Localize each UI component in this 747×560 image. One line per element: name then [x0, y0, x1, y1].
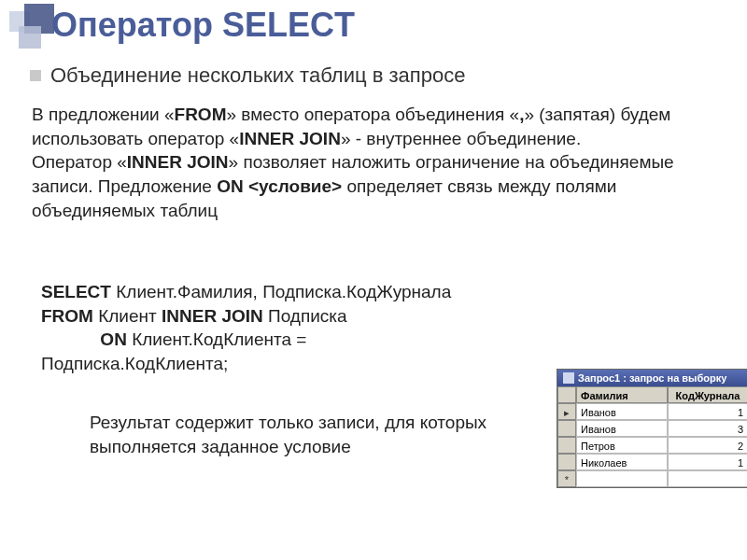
explanation-paragraph: В предложении «FROM» вместо оператора об…	[32, 103, 704, 222]
query-result-window: Запрос1 : запрос на выборку Фамилия КодЖ…	[557, 369, 747, 488]
text: Оператор «	[32, 152, 127, 172]
cell-value[interactable]: 3	[668, 420, 747, 437]
sql-line: Подписка.КодКлиента;	[41, 352, 555, 376]
row-selector[interactable]	[557, 437, 576, 454]
sql-text: Подписка.КодКлиента;	[41, 354, 228, 373]
keyword-on: ON	[100, 329, 127, 349]
column-header[interactable]: КодЖурнала	[668, 386, 747, 403]
cell-value[interactable]: Николаев	[576, 454, 668, 470]
bullet-icon	[30, 70, 41, 81]
sql-text: Клиент.Фамилия, Подписка.КодЖурнала	[111, 282, 451, 301]
cell-value[interactable]: Петров	[576, 437, 668, 454]
keyword-inner-join: INNER JOIN	[239, 129, 341, 148]
table-row[interactable]: ▸ Иванов 1	[557, 403, 747, 420]
cell-value[interactable]: 2	[668, 437, 747, 454]
sql-example: SELECT Клиент.Фамилия, Подписка.КодЖурна…	[41, 280, 555, 376]
table-new-row[interactable]: *	[557, 470, 747, 487]
row-selector[interactable]: ▸	[557, 403, 576, 420]
table-row[interactable]: Иванов 3	[557, 420, 747, 437]
sql-line: ON Клиент.КодКлиента =	[41, 328, 555, 352]
cell-value[interactable]	[668, 470, 747, 487]
cell-value[interactable]: Иванов	[576, 403, 668, 420]
keyword-select: SELECT	[41, 282, 111, 301]
table-row[interactable]: Петров 2	[557, 437, 747, 454]
keyword-from: FROM	[41, 306, 93, 326]
text: В предложении «	[32, 105, 175, 124]
table-row[interactable]: Николаев 1	[557, 454, 747, 470]
keyword-inner-join: INNER JOIN	[162, 306, 263, 326]
window-titlebar[interactable]: Запрос1 : запрос на выборку	[557, 370, 747, 386]
row-selector[interactable]	[557, 454, 576, 470]
cell-value[interactable]: 1	[668, 403, 747, 420]
text: » вместо оператора объединения «	[226, 105, 519, 124]
sql-text: Клиент.КодКлиента =	[127, 329, 307, 349]
cell-value[interactable]: Иванов	[576, 420, 668, 437]
page-title: Оператор SELECT	[51, 6, 355, 45]
keyword-from: FROM	[175, 105, 227, 124]
column-header[interactable]: Фамилия	[576, 386, 668, 403]
result-note: Результат содержит только записи, для ко…	[90, 411, 538, 458]
cell-value[interactable]: 1	[668, 454, 747, 470]
subtitle: Объединение нескольких таблиц в запросе	[50, 63, 465, 88]
row-selector[interactable]: *	[557, 470, 576, 487]
sql-text: Клиент	[93, 306, 162, 326]
datasheet-grid: Фамилия КодЖурнала ▸ Иванов 1 Иванов 3 П…	[557, 386, 747, 487]
indent	[41, 329, 100, 349]
text: » - внутреннее объединение.	[341, 129, 581, 148]
datasheet-icon	[563, 372, 574, 384]
row-selector-header[interactable]	[557, 386, 576, 403]
keyword-on-clause: ON <условие>	[217, 176, 342, 196]
subtitle-line: Объединение нескольких таблиц в запросе	[30, 63, 465, 88]
cell-value[interactable]	[576, 470, 668, 487]
deco-square	[19, 26, 41, 49]
table-header: Фамилия КодЖурнала	[557, 386, 747, 403]
sql-line: SELECT Клиент.Фамилия, Подписка.КодЖурна…	[41, 280, 555, 304]
sql-text: Подписка	[263, 306, 347, 326]
window-title: Запрос1 : запрос на выборку	[578, 372, 726, 384]
row-selector[interactable]	[557, 420, 576, 437]
keyword-inner-join: INNER JOIN	[127, 152, 229, 172]
sql-line: FROM Клиент INNER JOIN Подписка	[41, 304, 555, 329]
